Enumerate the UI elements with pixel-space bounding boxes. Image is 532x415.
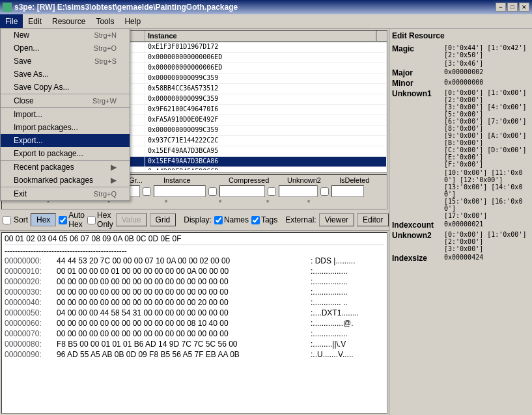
hex-bytes: 96 AD 55 A5 AB 0B 0D 09 F8 B5 56 A5 7F E… [57,349,311,360]
viewer-button[interactable]: Viewer [319,213,354,226]
hex-addr: 00000060: [5,318,57,328]
menu-export-package[interactable]: Export to package... [1,147,130,161]
hex-area[interactable]: 00 01 02 03 04 05 06 07 08 09 0A 0B 0C 0… [1,232,387,414]
edit-menu-label: Edit [28,17,42,26]
sort-checkbox[interactable] [3,216,11,224]
hex-bytes: F8 B5 00 00 01 01 01 B6 AD 14 9D 7C 7C 5… [57,339,311,349]
grid-button[interactable]: Grid [150,213,176,226]
sort-label: Sort [14,215,28,224]
hex-bytes: 00 00 00 00 00 00 00 00 00 00 00 00 00 0… [57,328,311,339]
menu-bar: File Edit Resource Tools Help [0,14,532,29]
hex-row: 00000010:00 01 00 00 00 01 00 00 00 00 0… [5,266,384,276]
cell-instance: 0x000000000099C359 [145,126,387,135]
submenu-arrow-recent: ▶ [111,163,117,172]
filter-input-isdeleted[interactable] [331,185,364,197]
close-button[interactable]: ✕ [519,3,529,12]
prop-label: Minor [392,79,444,88]
hex-bytes: 00 00 00 00 00 00 00 00 00 00 00 00 00 2… [57,297,311,308]
menu-close[interactable]: Close Strg+W [1,94,130,108]
menu-import[interactable]: Import... [1,108,130,121]
title-bar: s3pe: [RW] E:\sims3\obtest\gemaelde\Pain… [0,0,532,14]
hex-row: 00000020:00 00 00 00 00 00 00 00 00 00 0… [5,276,384,287]
toolbar: Sort Hex Auto Hex Hex Only Value Grid Di… [0,209,389,231]
menu-open[interactable]: Open... Strg+O [1,42,130,55]
display-label: Display: [184,215,212,224]
cell-instance: 0x15EF49AA7D3BCA95 [145,146,387,156]
prop-value: [10:'0x00'] [11:'0x00'] [12:'0x00'][13:'… [444,169,529,219]
prop-label: Major [392,68,444,77]
menu-import-packages[interactable]: Import packages... [1,121,130,134]
file-menu[interactable]: File [0,14,23,28]
tools-menu-label: Tools [96,17,114,26]
menu-save-as[interactable]: Save As... [1,68,130,81]
filter-check-comp[interactable] [208,187,217,196]
resource-menu[interactable]: Resource [47,14,91,28]
editor-button[interactable]: Editor [357,213,389,226]
prop-label: Unknown1 [392,89,444,168]
filter-check-inst[interactable] [143,187,151,196]
auto-hex-check-container: Auto Hex [59,211,85,229]
filter-check-unk[interactable] [268,187,276,196]
hex-row: 00000080:F8 B5 00 00 01 01 01 B6 AD 14 9… [5,339,384,349]
prop-value: [0:'0x44'] [1:'0x42'] [2:'0x50'] [444,44,529,59]
menu-new[interactable]: New Strg+N [1,29,130,42]
cell-instance: 0x937C71E144222C2C [145,136,387,146]
filter-header-unknown2: Unknown2 [285,176,337,184]
cell-instance: 0x000000000099C359 [145,94,387,104]
prop-value: 0x00000000 [444,79,529,88]
prop-value: 0x00000021 [444,221,529,230]
right-panel-title: Edit Resource [392,31,529,40]
hex-chars: :................ [311,266,348,276]
menu-exit[interactable]: Exit Strg+Q [1,187,130,200]
filter-header-instance: Instance [161,176,226,184]
menu-bookmarked-packages[interactable]: Bookmarked packages ▶ [1,174,130,187]
hex-addr: 00000020: [5,276,57,287]
help-menu[interactable]: Help [119,14,146,28]
file-dropdown: New Strg+N Open... Strg+O Save Strg+S Sa… [0,29,130,201]
prop-label: Indexcount [392,221,444,230]
prop-row: Magic[0:'0x44'] [1:'0x42'] [2:'0x50'] [392,44,529,59]
filter-check-del[interactable] [320,187,329,196]
hex-chars: :....DXT1........ [311,308,359,318]
tags-checkbox[interactable] [251,216,260,224]
value-button[interactable]: Value [116,213,147,226]
prop-value: 0x00000424 [444,254,529,263]
names-checkbox[interactable] [214,216,223,224]
hex-addr: 00000040: [5,297,57,308]
hex-chars: :..U.......V..... [311,349,354,360]
submenu-arrow-bookmarks: ▶ [111,176,117,185]
menu-export[interactable]: Export... [1,134,130,147]
filter-header-compressed: Compressed [226,176,285,184]
menu-save-copy[interactable]: Save Copy As... [1,81,130,94]
hex-only-checkbox[interactable] [87,216,96,224]
menu-save[interactable]: Save Strg+S [1,55,130,68]
auto-hex-checkbox[interactable] [59,216,67,224]
prop-label: Unknown2 [392,231,444,252]
hex-addr: 00000090: [5,349,57,360]
prop-label: Magic [392,44,444,59]
hex-chars: : DDS |......... [311,256,355,266]
minimize-button[interactable]: − [496,3,506,12]
hex-chars: :................ [311,328,348,339]
hex-button[interactable]: Hex [31,213,56,226]
names-check-container: Names [214,215,249,224]
prop-value: 0x00000002 [444,68,529,77]
hex-bytes: 00 00 00 00 00 00 00 00 00 00 00 00 00 0… [57,276,311,287]
prop-value: [3:'0x46'] [444,60,529,67]
hex-header: 00 01 02 03 04 05 06 07 08 09 0A 0B 0C 0… [5,234,384,245]
edit-menu[interactable]: Edit [23,14,47,28]
filter-star-del: * [292,198,325,208]
maximize-button[interactable]: □ [507,3,518,12]
prop-label: Indexsize [392,254,444,263]
tags-label: Tags [261,215,277,224]
filter-input-unknown2[interactable] [279,185,318,197]
menu-recent-packages[interactable]: Recent packages ▶ [1,161,130,174]
hex-bytes: 00 00 00 00 00 00 00 00 00 00 00 00 00 0… [57,287,311,297]
title-bar-content: s3pe: [RW] E:\sims3\obtest\gemaelde\Pain… [3,3,238,12]
right-panel: Edit Resource Magic[0:'0x44'] [1:'0x42']… [389,29,532,415]
resource-menu-label: Resource [52,17,85,26]
tools-menu[interactable]: Tools [91,14,119,28]
filter-star-inst: * [140,198,192,208]
filter-input-compressed[interactable] [219,185,265,197]
filter-input-instance[interactable] [154,185,206,197]
